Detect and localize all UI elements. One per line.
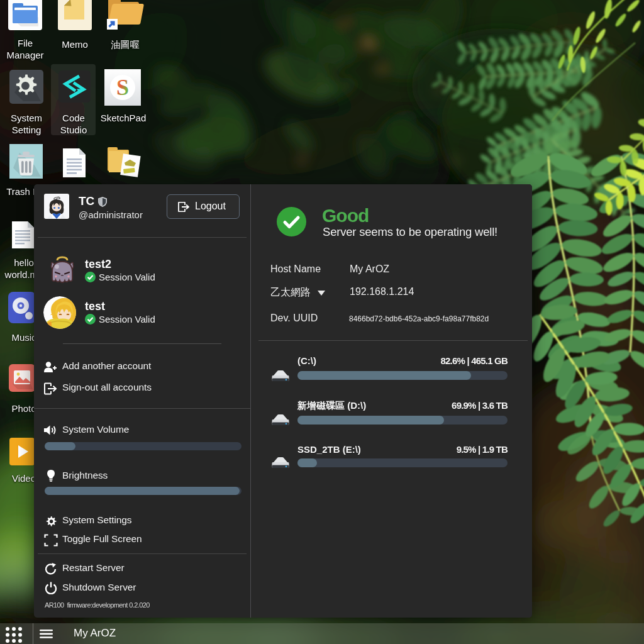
svg-text:S: S	[116, 75, 129, 100]
